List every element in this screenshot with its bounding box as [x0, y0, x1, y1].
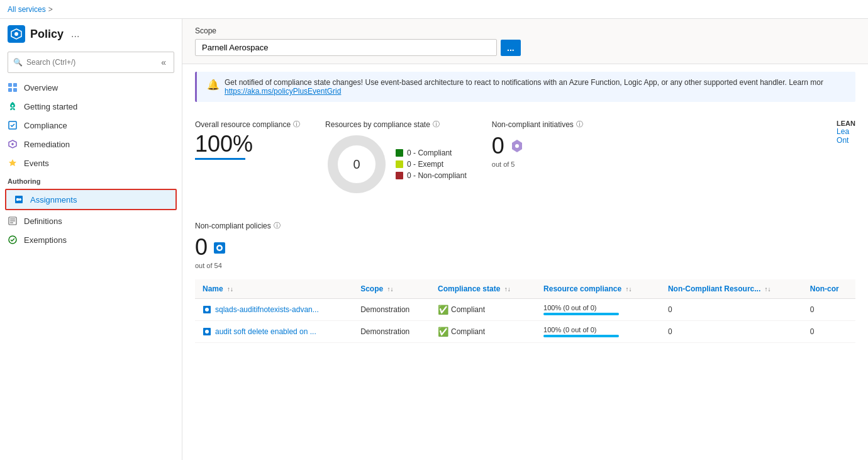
breadcrumb-all-services[interactable]: All services [8, 5, 46, 14]
row1-progress-bg [543, 313, 619, 315]
legend-compliant-label: 0 - Compliant [407, 149, 452, 157]
sort-scope-icon[interactable]: ↑↓ [387, 286, 394, 293]
row2-nc-col: 0 [803, 321, 855, 343]
col-resource-compliance[interactable]: Resource compliance ↑↓ [536, 279, 660, 299]
sort-name-icon[interactable]: ↑↓ [227, 286, 233, 293]
row2-progress: 100% (0 out of 0) [543, 326, 653, 337]
table-header-row: Name ↑↓ Scope ↑↓ Compliance state ↑↓ R [195, 279, 855, 299]
col-compliance-state[interactable]: Compliance state ↑↓ [430, 279, 536, 299]
collapse-button[interactable]: « [159, 55, 169, 70]
legend-compliant: 0 - Compliant [396, 149, 467, 157]
events-icon [8, 158, 18, 168]
bell-icon: 🔔 [207, 79, 220, 91]
sidebar-item-compliance[interactable]: Compliance [0, 116, 182, 135]
svg-point-10 [19, 198, 21, 201]
sidebar-header: Policy ... [0, 19, 182, 49]
table-row: audit soft delete enabled on ... Demonst… [195, 321, 855, 343]
sort-compliance-icon[interactable]: ↑↓ [504, 286, 511, 293]
more-options[interactable]: ... [71, 28, 79, 40]
learn-link1[interactable]: Lea [837, 127, 855, 136]
search-input[interactable] [26, 58, 155, 67]
overall-compliance-label: Overall resource compliance ⓘ [195, 120, 300, 129]
row1-ncr: 0 [660, 299, 803, 321]
sort-resource-icon[interactable]: ↑↓ [625, 286, 632, 293]
legend-exempt-label: 0 - Exempt [407, 160, 443, 169]
row1-name-link[interactable]: sqlads-auditifnotexists-advan... [215, 305, 319, 314]
chart-legend: 0 - Compliant 0 - Exempt 0 - Non-complia… [396, 149, 467, 180]
row2-progress-fill [543, 335, 619, 337]
policies-value-row: 0 [195, 234, 855, 261]
donut-chart: 0 [325, 133, 388, 196]
svg-rect-5 [13, 88, 17, 92]
banner-text: Get notified of compliance state changes… [225, 78, 823, 96]
sidebar-item-remediation[interactable]: Remediation [0, 135, 182, 154]
policies-icon [213, 241, 226, 258]
overall-compliance-value: 100% [195, 133, 300, 155]
svg-point-1 [14, 32, 18, 36]
learn-header: LEAN [837, 120, 855, 127]
policies-info-icon[interactable]: ⓘ [274, 221, 281, 230]
col-name[interactable]: Name ↑↓ [195, 279, 353, 299]
noncompliant-color [396, 172, 403, 179]
row2-name-link[interactable]: audit soft delete enabled on ... [215, 327, 316, 336]
sort-ncr-icon[interactable]: ↑↓ [765, 286, 771, 293]
row1-compliance-badge: ✅ Compliant [438, 305, 528, 315]
sidebar-item-events[interactable]: Events [0, 154, 182, 172]
overall-compliance-block: Overall resource compliance ⓘ 100% [195, 120, 300, 160]
policy-icon [8, 25, 25, 43]
breadcrumb-separator: > [48, 5, 53, 14]
search-icon: 🔍 [13, 58, 23, 67]
legend-noncompliant-label: 0 - Non-compliant [407, 171, 467, 180]
assignments-label: Assignments [30, 195, 77, 205]
exemptions-label: Exemptions [24, 235, 67, 245]
definitions-icon [8, 216, 18, 226]
col-scope[interactable]: Scope ↑↓ [353, 279, 430, 299]
svg-point-18 [515, 144, 519, 148]
stats-row: Overall resource compliance ⓘ 100% Resou… [195, 120, 855, 196]
main-content: Scope ... 🔔 Get notified of compliance s… [182, 19, 868, 460]
initiatives-number: 0 [492, 133, 504, 159]
sidebar-item-overview[interactable]: Overview [0, 78, 182, 97]
svg-point-6 [12, 105, 14, 107]
sidebar-item-getting-started[interactable]: Getting started [0, 97, 182, 116]
svg-rect-4 [8, 88, 12, 92]
svg-point-23 [205, 308, 209, 311]
row2-progress-bg [543, 335, 619, 337]
scope-button[interactable]: ... [501, 40, 521, 56]
donut-center: 0 [353, 157, 360, 172]
stats-area: Overall resource compliance ⓘ 100% Resou… [182, 109, 868, 221]
authoring-section-label: Authoring [0, 172, 182, 188]
svg-rect-9 [16, 198, 19, 201]
col-non-compliant-col[interactable]: Non-cor [803, 279, 855, 299]
svg-rect-3 [13, 83, 17, 87]
initiatives-label: Non-compliant initiatives ⓘ [492, 120, 583, 129]
svg-point-21 [218, 247, 221, 250]
compliance-icon [8, 120, 18, 130]
overall-info-icon[interactable]: ⓘ [293, 120, 300, 129]
row1-resource-compliance: 100% (0 out of 0) [536, 299, 660, 321]
learn-link2[interactable]: Ont [837, 136, 855, 145]
learn-section: LEAN Lea Ont [837, 120, 855, 145]
sidebar-item-assignments[interactable]: Assignments [6, 190, 175, 209]
row1-scope: Demonstration [353, 299, 430, 321]
compliance-label: Compliance [24, 121, 67, 130]
resources-info-icon[interactable]: ⓘ [433, 120, 440, 129]
sidebar-item-exemptions[interactable]: Exemptions [0, 230, 182, 249]
scope-input[interactable] [195, 39, 497, 56]
overview-icon [8, 82, 18, 93]
col-non-compliant-resources[interactable]: Non-Compliant Resourc... ↑↓ [660, 279, 803, 299]
search-box[interactable]: 🔍 « [8, 52, 174, 73]
initiatives-value-row: 0 [492, 133, 583, 159]
sidebar-item-definitions[interactable]: Definitions [0, 211, 182, 230]
row2-compliance-state: ✅ Compliant [430, 321, 536, 343]
policies-number: 0 [195, 234, 208, 261]
overview-label: Overview [24, 83, 58, 93]
initiatives-info-icon[interactable]: ⓘ [576, 120, 583, 129]
legend-noncompliant: 0 - Non-compliant [396, 171, 467, 180]
banner-link[interactable]: https://aka.ms/policyPlusEventGrid [225, 87, 341, 96]
remediation-icon [8, 139, 18, 149]
row2-compliance-badge: ✅ Compliant [438, 327, 528, 337]
svg-point-25 [205, 330, 209, 334]
main-layout: Policy ... 🔍 « Overview Getting started [0, 19, 868, 460]
row2-resource-compliance: 100% (0 out of 0) [536, 321, 660, 343]
